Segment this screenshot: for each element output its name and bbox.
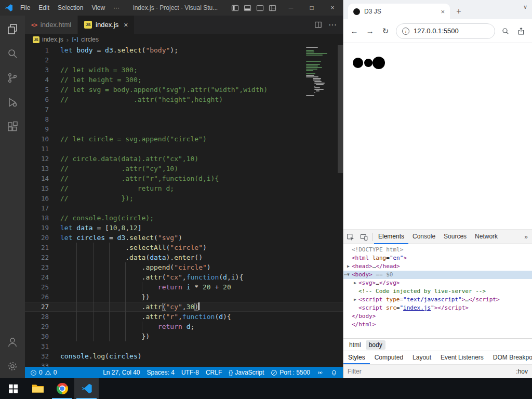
devtools-tab-elements[interactable]: Elements <box>374 230 408 244</box>
file-explorer-button[interactable] <box>25 378 50 399</box>
start-button[interactable] <box>1 378 25 399</box>
tree-arrow-icon[interactable]: ▶ <box>352 296 358 304</box>
code-line[interactable]: 17 <box>25 203 343 213</box>
tab-layout[interactable]: Layout <box>408 351 436 364</box>
breadcrumb-file[interactable]: JS index.js <box>33 36 63 43</box>
explorer-button[interactable] <box>0 17 25 41</box>
code-editor[interactable]: 1let body = d3.select("body");23// let w… <box>25 45 343 367</box>
accounts-button[interactable] <box>0 329 25 354</box>
menu-view[interactable]: View <box>87 3 109 13</box>
filter-input[interactable] <box>348 368 512 375</box>
code-line[interactable]: 10// let circle = svg.append("circle") <box>25 134 343 144</box>
minimize-button[interactable]: ─ <box>281 0 301 16</box>
language-mode[interactable]: {} JavaScript <box>229 369 264 376</box>
tree-arrow-icon[interactable]: ▶ <box>345 262 352 271</box>
dom-row[interactable]: ▶<svg>…</svg> <box>343 279 532 287</box>
more-actions-icon[interactable]: ··· <box>328 20 337 30</box>
code-line[interactable]: 5// let svg = body.append("svg").attr("w… <box>25 85 343 95</box>
close-tab-icon[interactable]: × <box>441 8 445 16</box>
code-line[interactable]: 29 return d; <box>25 322 343 331</box>
menu-more-icon[interactable]: ··· <box>109 3 124 13</box>
code-line[interactable]: 8 <box>25 114 343 124</box>
dom-row[interactable]: ▶<script type="text/javascript">…</scrip… <box>343 296 532 304</box>
dom-row[interactable]: <html lang="en"> <box>343 254 532 262</box>
eol-sequence[interactable]: CRLF <box>206 369 222 376</box>
code-line[interactable]: 3// let width = 300; <box>25 65 343 75</box>
dom-row[interactable]: <!DOCTYPE html> <box>343 246 532 254</box>
share-icon[interactable] <box>514 24 528 38</box>
code-line[interactable]: 4// let height = 300; <box>25 75 343 85</box>
dom-row[interactable]: ▶<head>…</head> <box>343 262 532 271</box>
tab-dom-breakpoints[interactable]: DOM Breakpoints <box>488 351 532 364</box>
toggle-panel-icon[interactable] <box>244 4 251 12</box>
dom-row[interactable]: </body> <box>343 312 532 321</box>
close-button[interactable]: × <box>322 0 343 16</box>
forward-button[interactable]: → <box>363 24 377 38</box>
dom-more-icon[interactable]: ⋯ <box>344 271 348 279</box>
code-line[interactable]: 26 }) <box>25 292 343 302</box>
code-line[interactable]: 22 .data(data).enter() <box>25 252 343 262</box>
address-bar[interactable]: i 127.0.0.1:5500 <box>396 23 495 39</box>
broadcast-icon[interactable] <box>317 369 324 376</box>
toggle-element-state[interactable]: :hov <box>516 368 528 375</box>
toggle-secondary-sidebar-icon[interactable] <box>256 4 264 12</box>
code-line[interactable]: 13// .attr("cy",10) <box>25 164 343 174</box>
code-line[interactable]: 27 .attr("cy",30) <box>25 302 343 312</box>
tab-index-html[interactable]: <> index.html <box>25 16 78 34</box>
search-button[interactable] <box>0 41 25 65</box>
code-line[interactable]: 20let circles = d3.select("svg") <box>25 233 343 243</box>
code-line[interactable]: 18// console.log(circle); <box>25 213 343 223</box>
close-tab-icon[interactable]: × <box>124 21 128 29</box>
customize-layout-icon[interactable] <box>269 4 276 12</box>
breadcrumb-html[interactable]: html <box>346 340 364 350</box>
menu-selection[interactable]: Selection <box>54 3 87 13</box>
dom-row[interactable]: <!-- Code injected by live-server --> <box>343 287 532 296</box>
code-line[interactable]: 21 .selectAll("circle") <box>25 243 343 252</box>
indentation[interactable]: Spaces: 4 <box>147 369 175 376</box>
code-line[interactable]: 23 .append("circle") <box>25 262 343 272</box>
code-line[interactable]: 14// .attr("r",function(d,i){ <box>25 174 343 183</box>
problems-indicator[interactable]: 0 0 <box>30 369 57 376</box>
cursor-position[interactable]: Ln 27, Col 40 <box>103 369 140 376</box>
new-tab-button[interactable]: + <box>453 5 465 18</box>
menu-edit[interactable]: Edit <box>34 3 54 13</box>
dom-row[interactable]: ⋯▼<body> == $0 <box>343 271 532 279</box>
code-line[interactable]: 15// return d; <box>25 183 343 193</box>
zoom-icon[interactable] <box>498 24 513 38</box>
chevron-down-icon[interactable]: ∨ <box>523 4 527 10</box>
browser-tab[interactable]: D3 JS × <box>348 4 450 19</box>
code-line[interactable]: 25 return i * 20 + 20 <box>25 282 343 292</box>
vscode-button[interactable] <box>74 378 99 399</box>
site-info-icon[interactable]: i <box>402 28 409 35</box>
tab-index-js[interactable]: JS index.js × <box>78 16 135 34</box>
code-line[interactable]: 33 <box>25 361 343 367</box>
code-line[interactable]: 16// }); <box>25 193 343 203</box>
tab-styles[interactable]: Styles <box>343 351 370 364</box>
tree-arrow-icon[interactable]: ▶ <box>352 279 358 287</box>
dom-row[interactable]: <script src="index.js"></script> <box>343 304 532 312</box>
code-line[interactable]: 6// .attr("height",height) <box>25 95 343 104</box>
code-line[interactable]: 11 <box>25 144 343 154</box>
breadcrumb-body[interactable]: body <box>366 340 385 350</box>
minimap[interactable] <box>306 47 336 98</box>
code-line[interactable]: 1let body = d3.select("body"); <box>25 45 343 55</box>
code-line[interactable]: 19let data = [10,8,12] <box>25 223 343 233</box>
run-debug-button[interactable] <box>0 90 25 114</box>
tab-event-listeners[interactable]: Event Listeners <box>436 351 488 364</box>
maximize-button[interactable]: □ <box>301 0 322 16</box>
menu-file[interactable]: File <box>16 3 34 13</box>
editor-scrollbar[interactable] <box>338 45 343 173</box>
code-line[interactable]: 31 <box>25 341 343 351</box>
code-line[interactable]: 28 .attr("r",function(d){ <box>25 312 343 322</box>
devtools-tab-console[interactable]: Console <box>408 230 440 244</box>
code-line[interactable]: 30 }) <box>25 331 343 341</box>
code-line[interactable]: 9 <box>25 124 343 134</box>
dom-row[interactable]: </html> <box>343 321 532 329</box>
inspect-element-icon[interactable] <box>343 230 357 244</box>
split-editor-icon[interactable] <box>314 21 322 29</box>
chrome-button[interactable] <box>50 378 74 399</box>
code-line[interactable]: 12// circle.data(data).attr("cx",10) <box>25 154 343 164</box>
code-line[interactable]: 7 <box>25 104 343 114</box>
code-line[interactable]: 2 <box>25 55 343 65</box>
encoding[interactable]: UTF-8 <box>181 369 199 376</box>
